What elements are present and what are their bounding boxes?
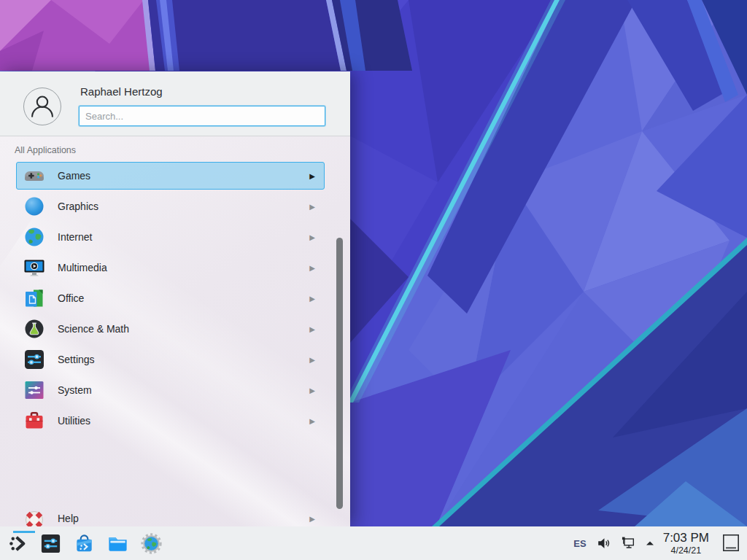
category-label: Science & Math (58, 323, 129, 335)
category-list: All Applications Games ▶ (0, 136, 350, 526)
volume-icon[interactable] (596, 535, 612, 551)
submenu-arrow-icon: ▶ (309, 233, 315, 241)
system-tray: ES 7:03 PM 4/24/21 (573, 526, 747, 560)
category-graphics[interactable]: Graphics ▶ (16, 192, 325, 220)
desktop: Raphael Hertzog All Applications Games (0, 0, 747, 560)
submenu-arrow-icon: ▶ (309, 356, 315, 364)
submenu-arrow-icon: ▶ (309, 264, 315, 272)
category-label: Office (58, 292, 84, 304)
active-app-indicator (13, 531, 35, 533)
graphics-ball-icon (23, 195, 46, 218)
file-manager-button[interactable] (105, 531, 130, 556)
clock-date: 4/24/21 (663, 545, 709, 556)
digital-clock[interactable]: 7:03 PM 4/24/21 (663, 531, 709, 555)
launcher-header: Raphael Hertzog (0, 71, 350, 136)
system-settings-button[interactable] (38, 531, 63, 556)
category-science-math[interactable]: Science & Math ▶ (16, 315, 325, 343)
lifebuoy-icon (23, 507, 46, 526)
category-internet[interactable]: Internet ▶ (16, 223, 325, 251)
submenu-arrow-icon: ▶ (309, 515, 315, 523)
network-icon[interactable] (620, 535, 636, 551)
submenu-arrow-icon: ▶ (309, 417, 315, 425)
application-launcher-menu: Raphael Hertzog All Applications Games (0, 71, 350, 526)
submenu-arrow-icon: ▶ (309, 325, 315, 333)
submenu-arrow-icon: ▶ (309, 295, 315, 303)
category-utilities[interactable]: Utilities ▶ (16, 407, 325, 435)
toolbox-icon (23, 409, 46, 432)
category-label: Games (58, 170, 90, 182)
category-system[interactable]: System ▶ (16, 376, 325, 404)
category-label: System (58, 384, 92, 396)
submenu-arrow-icon: ▶ (309, 386, 315, 394)
application-launcher-button[interactable] (6, 531, 31, 556)
taskbar: ES 7:03 PM 4/24/21 (0, 526, 747, 560)
clock-time: 7:03 PM (663, 531, 709, 545)
category-label: Settings (58, 354, 95, 365)
monitor-play-icon (23, 256, 46, 279)
category-label: Utilities (58, 415, 90, 427)
gamepad-icon (23, 164, 46, 187)
list-scrollbar[interactable] (336, 238, 343, 509)
category-games[interactable]: Games ▶ (16, 162, 325, 190)
discover-button[interactable] (71, 531, 96, 556)
category-label: Multimedia (58, 262, 107, 273)
web-browser-button[interactable] (139, 531, 163, 556)
globe-gear-icon (140, 532, 163, 555)
flask-icon (23, 317, 46, 341)
expand-tray-arrow-icon[interactable] (644, 537, 656, 549)
folder-icon (107, 532, 129, 555)
search-input[interactable] (79, 106, 325, 126)
show-desktop-button[interactable] (719, 531, 743, 556)
globe-icon (23, 225, 46, 249)
documents-icon (23, 287, 46, 310)
show-desktop-icon (720, 532, 742, 554)
user-avatar (23, 88, 61, 125)
keyboard-layout-indicator[interactable]: ES (573, 538, 586, 549)
section-label: All Applications (15, 145, 76, 155)
discover-bag-icon (73, 532, 96, 555)
category-label: Help (58, 513, 79, 524)
category-help[interactable]: Help ▶ (16, 505, 325, 526)
sliders-gradient-icon (23, 378, 46, 402)
category-office[interactable]: Office ▶ (16, 284, 325, 312)
category-multimedia[interactable]: Multimedia ▶ (16, 254, 325, 281)
submenu-arrow-icon: ▶ (309, 172, 315, 180)
submenu-arrow-icon: ▶ (309, 203, 315, 211)
sliders-dark-icon (23, 348, 46, 371)
category-label: Internet (58, 231, 92, 243)
category-label: Graphics (58, 201, 98, 212)
system-settings-icon (39, 532, 62, 555)
category-settings[interactable]: Settings ▶ (16, 346, 325, 373)
kde-launcher-icon (7, 532, 30, 555)
user-name: Raphael Hertzog (80, 85, 163, 98)
